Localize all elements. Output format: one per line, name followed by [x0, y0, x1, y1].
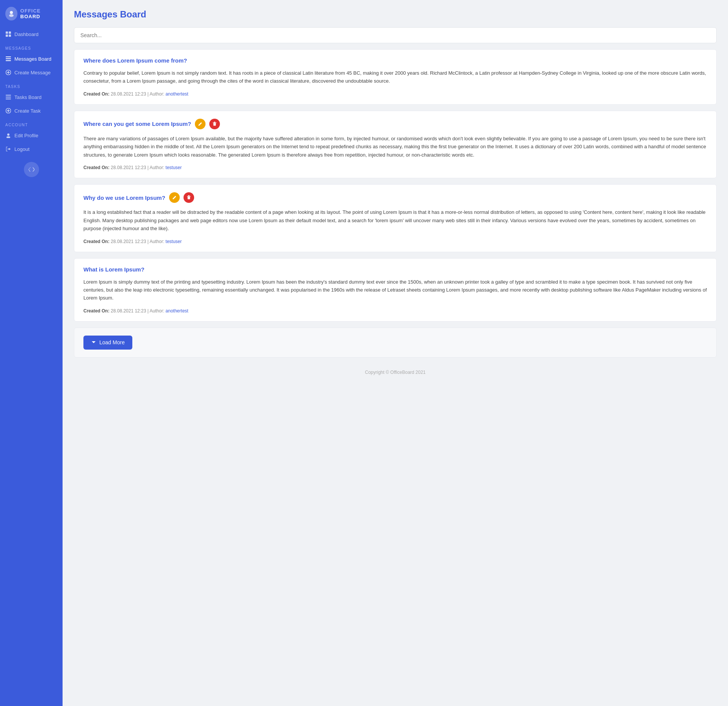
message-meta: Created On: 28.08.2021 12:23 | Author: t… [83, 239, 707, 244]
message-title: Why do we use Lorem Ipsum? [83, 195, 165, 201]
svg-rect-17 [7, 110, 10, 111]
sidebar-item-messages-board[interactable]: Messages Board [0, 52, 63, 66]
message-meta: Created On: 28.08.2021 12:23 | Author: a… [83, 308, 707, 314]
account-section-label: ACCOUNT [0, 118, 63, 129]
svg-rect-11 [7, 72, 10, 73]
sidebar-item-tasks-board[interactable]: Tasks Board [0, 90, 63, 104]
messages-board-icon [5, 56, 11, 62]
created-label: Created On: [83, 165, 110, 170]
svg-point-0 [10, 11, 13, 14]
edit-message-button[interactable] [169, 192, 180, 203]
svg-point-18 [7, 133, 9, 136]
message-body: Lorem Ipsum is simply dummy text of the … [83, 278, 707, 302]
svg-rect-13 [6, 97, 11, 97]
logo-text: OFFICE BOARD [20, 8, 57, 19]
messages-section-label: MESSAGES [0, 41, 63, 52]
message-card: Where does Lorem Ipsum come from? Contra… [74, 49, 717, 105]
message-header: Why do we use Lorem Ipsum? [83, 192, 707, 203]
message-card: Why do we use Lorem Ipsum? It is a long … [74, 184, 717, 252]
load-more-label: Load More [99, 339, 125, 345]
delete-message-button[interactable] [209, 119, 220, 129]
sidebar-item-create-task[interactable]: Create Task [0, 104, 63, 118]
author-link[interactable]: anothertest [166, 91, 188, 97]
load-more-section: Load More [74, 328, 717, 358]
sidebar-item-label: Logout [14, 146, 30, 152]
author-link[interactable]: testuser [166, 165, 182, 170]
svg-rect-8 [6, 60, 11, 61]
sidebar-item-create-message[interactable]: Create Message [0, 66, 63, 79]
sidebar-item-dashboard[interactable]: Dashboard [0, 27, 63, 41]
svg-rect-3 [9, 31, 11, 34]
page-footer: Copyright © OfficeBoard 2021 [74, 364, 717, 378]
footer-text: Copyright © OfficeBoard 2021 [365, 370, 425, 375]
delete-message-button[interactable] [184, 192, 194, 203]
svg-rect-4 [6, 35, 8, 37]
tasks-section-label: TASKS [0, 79, 63, 90]
sidebar: OFFICE BOARD Dashboard MESSAGES Messages… [0, 0, 63, 706]
page-title: Messages Board [74, 9, 717, 20]
message-meta: Created On: 28.08.2021 12:23 | Author: a… [83, 91, 707, 97]
message-body: It is a long established fact that a rea… [83, 208, 707, 232]
message-meta: Created On: 28.08.2021 12:23 | Author: t… [83, 165, 707, 170]
tasks-board-icon [5, 94, 11, 100]
svg-rect-20 [213, 122, 217, 123]
messages-list: Where does Lorem Ipsum come from? Contra… [74, 49, 717, 322]
sidebar-item-label: Dashboard [14, 31, 39, 37]
svg-rect-2 [6, 31, 8, 34]
created-label: Created On: [83, 308, 110, 314]
logo[interactable]: OFFICE BOARD [0, 0, 63, 27]
svg-rect-14 [6, 99, 11, 99]
sidebar-item-label: Create Message [14, 70, 50, 75]
load-more-button[interactable]: Load More [83, 336, 132, 350]
svg-rect-23 [188, 195, 190, 196]
message-title: What is Lorem Ipsum? [83, 266, 144, 273]
message-card: What is Lorem Ipsum? Lorem Ipsum is simp… [74, 258, 717, 322]
message-body: There are many variations of passages of… [83, 135, 707, 159]
message-title: Where does Lorem Ipsum come from? [83, 57, 187, 64]
message-body: Contrary to popular belief, Lorem Ipsum … [83, 69, 707, 85]
message-title: Where can you get some Lorem Ipsum? [83, 121, 191, 127]
search-input[interactable] [74, 27, 717, 43]
edit-message-button[interactable] [195, 119, 206, 129]
create-task-icon [5, 108, 11, 114]
svg-rect-22 [187, 196, 191, 196]
created-label: Created On: [83, 91, 110, 97]
load-more-icon [91, 339, 96, 346]
svg-point-1 [9, 14, 14, 17]
message-header: Where can you get some Lorem Ipsum? [83, 119, 707, 129]
main-content: Messages Board Where does Lorem Ipsum co… [63, 0, 728, 706]
author-link[interactable]: anothertest [166, 308, 188, 314]
edit-profile-icon [5, 132, 11, 138]
logo-icon [5, 7, 17, 20]
logout-icon [5, 146, 11, 152]
sidebar-item-edit-profile[interactable]: Edit Profile [0, 129, 63, 142]
svg-point-19 [6, 136, 10, 138]
sidebar-item-label: Messages Board [14, 56, 52, 62]
sidebar-item-label: Create Task [14, 108, 41, 114]
message-header: Where does Lorem Ipsum come from? [83, 57, 707, 64]
svg-rect-12 [6, 95, 11, 96]
author-link[interactable]: testuser [166, 239, 182, 244]
message-card: Where can you get some Lorem Ipsum? Ther… [74, 111, 717, 178]
svg-rect-5 [9, 35, 11, 37]
dashboard-icon [5, 31, 11, 37]
sidebar-item-label: Tasks Board [14, 94, 42, 100]
svg-rect-7 [6, 58, 11, 59]
svg-rect-21 [214, 122, 215, 122]
created-label: Created On: [83, 239, 110, 244]
message-header: What is Lorem Ipsum? [83, 266, 707, 273]
svg-rect-6 [6, 56, 11, 57]
create-message-icon [5, 69, 11, 75]
sidebar-item-label: Edit Profile [14, 133, 38, 138]
code-button[interactable] [24, 162, 39, 177]
sidebar-item-logout[interactable]: Logout [0, 142, 63, 156]
